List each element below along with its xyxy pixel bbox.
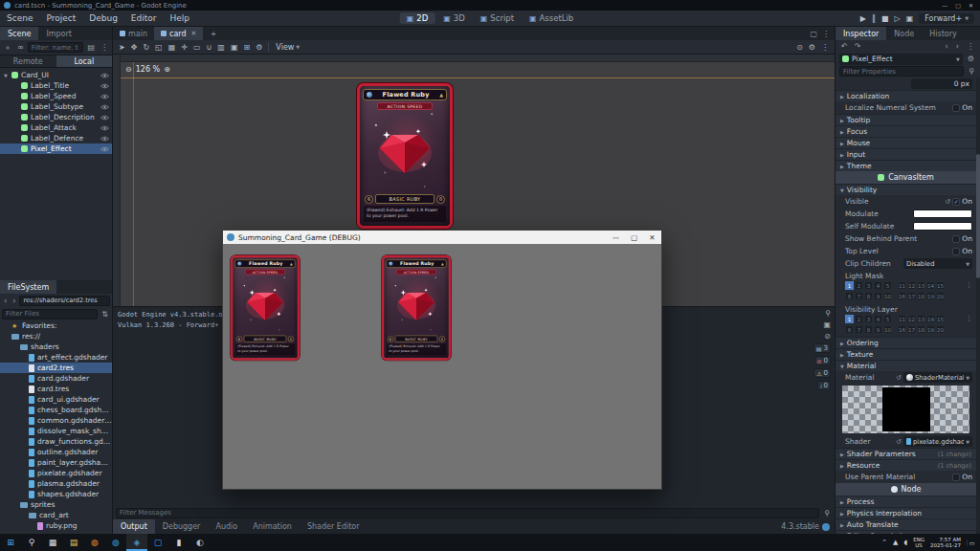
image-editor-button[interactable]: ◐ <box>189 534 211 551</box>
layer-cell-16[interactable]: 16 <box>898 292 906 300</box>
edited-node-select[interactable]: Pixel_Effect ▼ <box>839 54 963 65</box>
visibility-eye-icon[interactable] <box>100 94 109 99</box>
close-icon[interactable]: ✕ <box>643 231 661 244</box>
scene-node-row[interactable]: ▼ Pixel_Effect <box>0 143 112 154</box>
layer-cell-7[interactable]: 7 <box>855 325 863 334</box>
workspace-tab[interactable]: ▣ AssetLib <box>523 12 580 24</box>
layer-cell-19[interactable]: 19 <box>926 325 935 334</box>
scene-node-row[interactable]: ▼ Label_Speed <box>0 91 112 101</box>
game-card[interactable]: Flawed Ruby ▲ ACTION SPEED <box>357 83 453 229</box>
pause-button[interactable]: ‖ <box>872 14 876 23</box>
collapsed-section[interactable]: ▶ Auto Translate <box>835 518 976 530</box>
section-material[interactable]: ▼ Material <box>835 360 976 371</box>
section-texture[interactable]: ▶ Texture <box>835 348 976 360</box>
layer-cell-13[interactable]: 13 <box>917 281 925 290</box>
collapsed-section[interactable]: ▶ Theme <box>835 160 976 171</box>
file-filter-input[interactable] <box>2 309 98 320</box>
collapsed-section[interactable]: ▶ Input <box>835 148 976 160</box>
sort-files-icon[interactable]: ⇅ <box>100 310 110 319</box>
history-back-icon[interactable]: ↶ <box>839 42 850 51</box>
file-row[interactable]: ▼ card_ui.gdshader <box>0 394 112 405</box>
lock-node-icon[interactable]: ▣ <box>228 43 241 52</box>
task-view-button[interactable]: ▦ <box>42 534 63 551</box>
visible-checkbox[interactable] <box>952 198 960 206</box>
menu-item[interactable]: Scene <box>0 13 39 23</box>
scene-node-row[interactable]: ▼ Label_Title <box>0 80 112 91</box>
node-class-header[interactable]: Node <box>835 483 976 496</box>
layer-cell-9[interactable]: 9 <box>874 292 882 300</box>
pixel-size-spinbox[interactable]: 0 px <box>911 78 972 89</box>
file-row[interactable]: ▼ dissolve_mask_shader.gd... <box>0 426 112 436</box>
bottom-panel-tab[interactable]: Audio <box>208 519 245 534</box>
clip-children-dropdown[interactable]: Disabled ▼ <box>903 258 972 269</box>
language-indicator[interactable]: ENG US <box>913 537 924 549</box>
file-row[interactable]: ▼ sprites <box>0 499 112 510</box>
file-row[interactable]: ▼ outline.gdshader <box>0 447 112 457</box>
revert-icon[interactable]: ↺ <box>896 374 902 382</box>
layer-cell-12[interactable]: 12 <box>907 281 916 290</box>
game-viewport[interactable]: Flawed Ruby ▲ ACTION SPEED <box>223 244 661 489</box>
file-row[interactable]: ▼ art_effect.gdshader <box>0 352 112 363</box>
next-object-icon[interactable]: › <box>954 42 961 51</box>
volume-icon[interactable]: ◖ <box>903 539 907 546</box>
more-options-icon[interactable]: ⋮ <box>99 43 110 52</box>
file-row[interactable]: ▼ ruby.png <box>0 520 112 531</box>
select-tool-icon[interactable]: ➤ <box>116 43 128 52</box>
terminal-button[interactable]: ▮ <box>168 534 189 551</box>
log-filter-badge[interactable]: 0 <box>817 381 831 390</box>
layer-cell-20[interactable]: 20 <box>936 325 945 334</box>
file-row[interactable]: ▼ card_art <box>0 510 112 520</box>
tray-expand-icon[interactable]: ⌃ <box>881 539 887 546</box>
collapsed-section[interactable]: ▶ Focus <box>835 125 976 137</box>
search-button[interactable]: ⚲ <box>21 534 42 551</box>
layer-cell-10[interactable]: 10 <box>883 325 892 334</box>
zoom-in-icon[interactable]: ⊕ <box>164 65 170 74</box>
layer-cell-11[interactable]: 11 <box>898 315 906 323</box>
overflow-menu-icon[interactable]: ⋮ <box>821 43 829 52</box>
file-row[interactable]: ▼ pixelate.gdshader <box>0 468 112 478</box>
section-shader-parameters[interactable]: ▶ Shader Parameters (1 change) <box>835 448 976 459</box>
rotate-tool-icon[interactable]: ↻ <box>140 43 152 52</box>
add-node-icon[interactable]: ＋ <box>2 42 13 53</box>
new-scene-tab-button[interactable]: ＋ <box>203 28 223 40</box>
layer-cell-18[interactable]: 18 <box>917 292 925 300</box>
section-resource[interactable]: ▶ Resource (1 change) <box>835 459 976 471</box>
collapsed-section[interactable]: ▶ Tooltip <box>835 114 976 125</box>
log-filter-badge[interactable]: 0 <box>813 368 831 378</box>
layer-cell-5[interactable]: 5 <box>883 315 892 323</box>
renderer-select[interactable]: Forward+ ▼ <box>919 13 974 24</box>
file-explorer-button[interactable]: ▤ <box>63 534 84 551</box>
workspace-tab[interactable]: ▣ Script <box>474 12 521 24</box>
search-icon[interactable]: ⚲ <box>825 309 831 318</box>
section-visibility[interactable]: ▼ Visibility <box>835 184 976 195</box>
snap-settings-icon[interactable]: ⚙ <box>809 43 815 52</box>
visibility-eye-icon[interactable] <box>100 146 109 152</box>
scene-node-row[interactable]: ▼ Label_Subtype <box>0 101 112 112</box>
scene-node-row[interactable]: ▼ Label_Description <box>0 112 112 122</box>
move-tool-icon[interactable]: ✥ <box>128 43 141 52</box>
canvasitem-class-header[interactable]: CanvasItem <box>835 171 976 184</box>
layer-cell-13[interactable]: 13 <box>917 315 925 323</box>
debug-window-titlebar[interactable]: Summoning_Card_Game (DEBUG) — ▢ ✕ <box>223 231 661 244</box>
layer-cell-15[interactable]: 15 <box>936 315 945 323</box>
zoom-out-icon[interactable]: ⊖ <box>125 65 132 74</box>
shader-resource-dropdown[interactable]: pixelate.gdshader ▼ <box>903 436 972 447</box>
workspace-tab[interactable]: ▣ 3D <box>436 12 472 24</box>
file-row[interactable]: ▼ Favorites: <box>0 320 112 331</box>
layer-cell-16[interactable]: 16 <box>898 325 906 334</box>
layer-menu-icon[interactable]: ⋮ <box>966 315 972 322</box>
maximize-icon[interactable]: ▢ <box>625 231 643 244</box>
game-card[interactable]: Flawed Ruby ▲ ACTION SPEED <box>231 255 300 360</box>
godot-app-button[interactable]: ◈ <box>126 534 147 551</box>
revert-icon[interactable]: ↺ <box>945 198 950 206</box>
onion-skinning-icon[interactable]: ⊙ <box>796 43 803 52</box>
menu-item[interactable]: Project <box>39 13 82 23</box>
layer-cell-3[interactable]: 3 <box>864 315 873 323</box>
game-debug-window[interactable]: Summoning_Card_Game (DEBUG) — ▢ ✕ Flawed… <box>222 230 662 490</box>
file-row[interactable]: ▼ draw_functions.gdshader <box>0 436 112 447</box>
visibility-eye-icon[interactable] <box>100 73 109 78</box>
layer-menu-icon[interactable]: ⋮ <box>966 281 972 289</box>
remote-tab[interactable]: Remote <box>0 55 56 67</box>
workspace-tab[interactable]: ▣ 2D <box>400 12 435 24</box>
layer-cell-2[interactable]: 2 <box>855 315 863 323</box>
